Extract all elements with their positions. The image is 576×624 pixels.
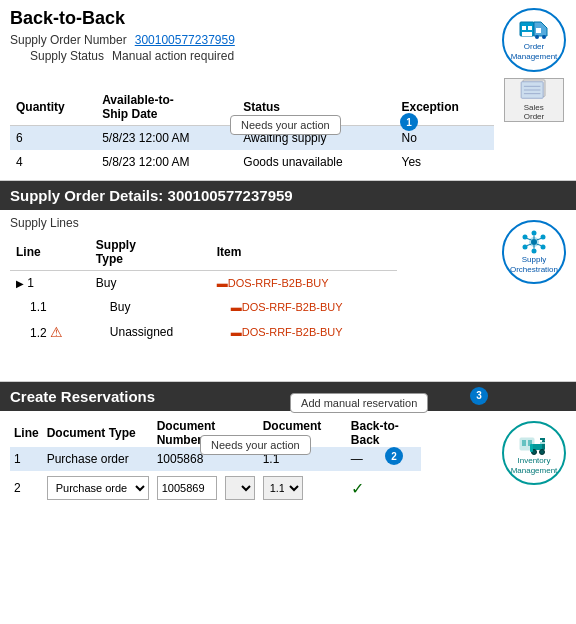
s3-row2-line: 2 <box>10 471 43 505</box>
badge-1: 1 <box>400 113 418 131</box>
s1-col-qty: Quantity <box>10 89 96 126</box>
supply-order-number[interactable]: 300100577237959 <box>135 33 235 47</box>
section2-body: Supply Lines Line SupplyType Item ▶ 1 Bu… <box>0 210 576 382</box>
s3-row1-doctype: Purchase order <box>43 447 153 471</box>
badge-3: 3 <box>470 387 488 405</box>
warning-icon: ⚠ <box>50 324 63 340</box>
svg-point-20 <box>541 245 546 250</box>
s3-col-line: Line <box>10 417 43 447</box>
svg-point-21 <box>532 249 537 254</box>
s1-row2-exception: Yes <box>395 150 494 174</box>
inventory-management-icon[interactable]: InventoryManagement <box>502 421 566 485</box>
s2-row2-line: 1.1 <box>10 295 90 319</box>
s1-row2-status: Goods unavailable <box>237 150 395 174</box>
s2-row3-item: ▬DOS-RRF-B2B-BUY <box>211 319 397 345</box>
callout-needs-action-2: Needs your action <box>200 435 311 455</box>
table-row: 1.1 Buy ▬DOS-RRF-B2B-BUY <box>10 295 397 319</box>
supply-status-label: Supply Status <box>30 49 104 63</box>
s3-col-b2b: Back-to-Back <box>347 417 422 447</box>
svg-point-23 <box>523 235 528 240</box>
svg-rect-34 <box>542 440 545 450</box>
s3-row1-line: 1 <box>10 447 43 471</box>
s2-row2-type: Buy <box>90 295 211 319</box>
badge-2: 2 <box>385 447 403 465</box>
supply-order-label: Supply Order Number <box>10 33 127 47</box>
svg-rect-5 <box>536 28 541 33</box>
svg-point-19 <box>541 235 546 240</box>
checkmark-icon: ✓ <box>351 480 364 497</box>
s3-row2-doctype[interactable]: Purchase orde Sales order Transfer order <box>43 471 153 505</box>
svg-point-38 <box>540 450 545 455</box>
s2-row3-type: Unassigned <box>90 319 211 345</box>
s3-row2-docnum[interactable] <box>153 471 221 505</box>
s2-row2-item: ▬DOS-RRF-B2B-BUY <box>211 295 397 319</box>
callout-add-manual-reservation: Add manual reservation <box>290 393 428 413</box>
s2-col-line: Line <box>10 234 90 271</box>
s2-col-type: SupplyType <box>90 234 211 271</box>
order-management-icon[interactable]: OrderManagement <box>502 8 566 72</box>
doc-num-dropdown[interactable] <box>225 476 255 500</box>
section1-title: Back-to-Back <box>10 8 494 29</box>
s3-row1-b2b: — <box>347 447 422 471</box>
doc-type-select[interactable]: Purchase orde Sales order Transfer order <box>47 476 149 500</box>
sales-order-label: SalesOrder <box>524 103 544 121</box>
s1-row1-date: 5/8/23 12:00 AM <box>96 126 237 151</box>
callout-needs-action-1: Needs your action <box>230 115 341 135</box>
s3-row2-b2b: ✓ <box>347 471 422 505</box>
svg-point-18 <box>532 231 537 236</box>
section3-title: Create Reservations <box>10 388 155 405</box>
s2-row1-line: ▶ 1 <box>10 271 90 296</box>
s2-row1-item: ▬DOS-RRF-B2B-BUY <box>211 271 397 296</box>
svg-point-22 <box>523 245 528 250</box>
svg-rect-35 <box>540 438 545 440</box>
svg-rect-1 <box>522 26 526 30</box>
section3-table: Line Document Type DocumentNumber Docume… <box>10 417 421 505</box>
section3-header: Create Reservations Add manual reservati… <box>0 382 576 411</box>
section2-title: Supply Order Details: 300100577237959 <box>10 187 293 204</box>
order-management-label: OrderManagement <box>511 42 558 61</box>
sales-order-icon[interactable]: SalesOrder <box>504 78 564 122</box>
section3-body: Line Document Type DocumentNumber Docume… <box>0 411 576 511</box>
svg-rect-39 <box>530 444 533 452</box>
svg-point-17 <box>531 239 537 245</box>
svg-point-6 <box>535 35 539 39</box>
s3-col-doctype: Document Type <box>43 417 153 447</box>
s1-col-date: Available-to-Ship Date <box>96 89 237 126</box>
doc-num-input[interactable] <box>157 476 217 500</box>
supply-orchestration-label: SupplyOrchestration <box>510 255 558 274</box>
s1-row2-qty: 4 <box>10 150 96 174</box>
svg-rect-36 <box>540 442 545 444</box>
svg-rect-3 <box>522 32 532 36</box>
section1-back-to-back: Back-to-Back Supply Order Number 3001005… <box>0 0 576 181</box>
s3-row2-docline[interactable]: 1.1 <box>259 471 347 505</box>
table-row: 4 5/8/23 12:00 AM Goods unavailable Yes <box>10 150 494 174</box>
svg-rect-2 <box>528 26 532 30</box>
table-row: 2 Purchase orde Sales order Transfer ord… <box>10 471 421 505</box>
s2-row1-type: Buy <box>90 271 211 296</box>
supply-lines-label: Supply Lines <box>10 216 494 230</box>
s1-row1-qty: 6 <box>10 126 96 151</box>
section2-table: Line SupplyType Item ▶ 1 Buy ▬DOS-RRF-B2… <box>10 234 397 345</box>
supply-orchestration-icon[interactable]: SupplyOrchestration <box>502 220 566 284</box>
svg-point-7 <box>542 35 546 39</box>
section2-header: Supply Order Details: 300100577237959 <box>0 181 576 210</box>
doc-line-select[interactable]: 1.1 <box>263 476 303 500</box>
table-row: ▶ 1 Buy ▬DOS-RRF-B2B-BUY <box>10 271 397 296</box>
supply-status-value: Manual action required <box>112 49 234 63</box>
s1-row2-date: 5/8/23 12:00 AM <box>96 150 237 174</box>
s2-row3-line: 1.2 ⚠ <box>10 319 90 345</box>
svg-rect-31 <box>522 440 526 446</box>
s2-col-item: Item <box>211 234 397 271</box>
inventory-management-label: InventoryManagement <box>511 456 558 475</box>
s3-row2-docnum-arrow[interactable] <box>221 471 259 505</box>
table-row: 1.2 ⚠ Unassigned ▬DOS-RRF-B2B-BUY <box>10 319 397 345</box>
